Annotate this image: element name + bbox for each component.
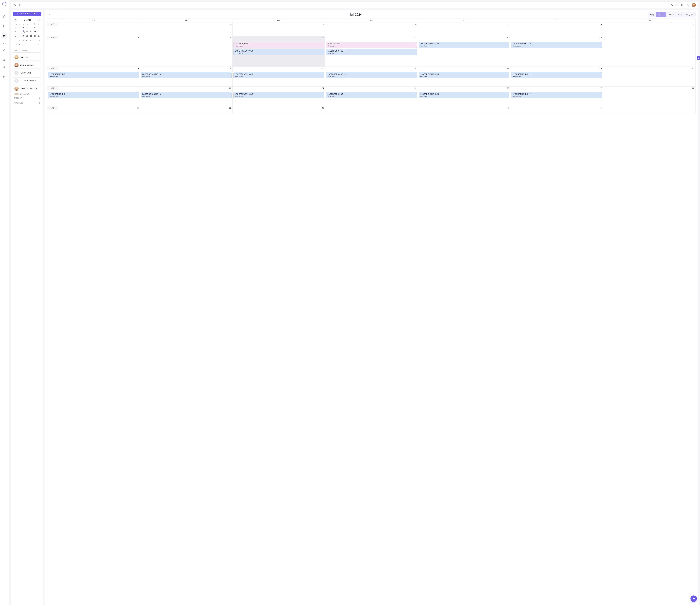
mini-day[interactable]: 24 [21, 39, 25, 42]
mini-day[interactable]: 3 [33, 43, 37, 46]
mini-cal-prev[interactable] [14, 18, 17, 22]
calendar-dow-header: mån tis ons tors fre lör sön [47, 18, 202, 23]
filter-absence[interactable]: FRÅNVARO [13, 101, 42, 105]
event-blue[interactable]: LAGERRENSNING , NHela dagen [48, 72, 139, 78]
nav-analytics-icon[interactable] [2, 40, 7, 46]
svg-point-13 [16, 64, 17, 66]
search-input[interactable] [13, 48, 42, 52]
day-cell[interactable]: v.3129 [47, 106, 140, 114]
mini-day[interactable]: 1 [25, 43, 29, 46]
mini-day[interactable]: 29 [14, 43, 18, 46]
mini-day[interactable]: 8 [14, 30, 18, 33]
svg-point-16 [16, 80, 17, 81]
mini-day[interactable]: 19 [29, 34, 33, 38]
mini-day[interactable]: 31 [21, 43, 25, 46]
share-off-icon[interactable] [14, 4, 16, 6]
mini-day[interactable]: 22 [14, 39, 18, 42]
svg-point-11 [16, 56, 17, 58]
cal-prev[interactable] [48, 13, 51, 16]
day-number: 29 [136, 107, 139, 109]
mini-day[interactable]: 11 [25, 30, 29, 33]
mini-day[interactable]: 12 [29, 30, 33, 33]
mini-day[interactable]: 17 [21, 34, 25, 38]
day-number: 1 [138, 23, 139, 25]
day-cell[interactable]: 23 LAGERRENSNING , NHela dagen [140, 87, 202, 106]
person-item[interactable]: TEA ÅSTRÖM [13, 93, 42, 95]
nav-settings-icon[interactable] [2, 74, 7, 80]
mini-day[interactable]: 6 [33, 26, 37, 29]
person-item[interactable]: LIZA ABRAHAMSSON [13, 77, 42, 84]
cal-next[interactable] [55, 13, 58, 16]
day-cell[interactable]: v.288 [47, 36, 140, 67]
day-cell[interactable]: 16 LAGERRENSNING , NHela dagen [140, 67, 202, 87]
nav-user-icon[interactable] [2, 65, 7, 70]
filter-category[interactable]: KATEGORI [13, 96, 42, 100]
day-cell[interactable]: 2 [140, 23, 202, 36]
event-blue[interactable]: LAGERRENSNING , NHela dagen [141, 72, 202, 78]
person-avatar [15, 63, 19, 67]
person-item[interactable]: TOVE MATTSSON [13, 62, 42, 69]
mini-calendar: juli 2024 måtientofrlösö 1 2 3 4 5 6 7 8… [13, 18, 42, 46]
svg-point-5 [4, 77, 5, 77]
day-cell[interactable]: v.29 15 LAGERRENSNING , NHela dagen [47, 67, 140, 87]
mini-day[interactable]: 14 [37, 30, 41, 33]
event-blue[interactable]: LAGERRENSNING , NHela dagen [48, 92, 139, 98]
day-cell[interactable]: 30 [140, 106, 202, 114]
app-logo[interactable]: TIME [2, 2, 6, 6]
mini-day[interactable]: 9 [18, 30, 21, 33]
nav-chat-icon[interactable] [2, 47, 7, 53]
dow-label: mån [47, 19, 140, 23]
funnel-icon[interactable] [39, 102, 41, 104]
mini-day[interactable]: 16 [18, 34, 21, 38]
nav-people-icon[interactable] [2, 57, 7, 63]
mini-day[interactable]: 1 [14, 26, 18, 29]
person-name: TEA ÅSTRÖM [20, 93, 30, 95]
week-label: v.28 [47, 36, 58, 39]
svg-point-15 [16, 72, 17, 73]
mini-day[interactable]: 26 [29, 39, 33, 42]
svg-rect-1 [3, 35, 5, 37]
mini-day[interactable]: 15 [14, 34, 18, 38]
svg-point-2 [4, 59, 4, 60]
mini-day[interactable]: 5 [29, 26, 33, 29]
day-cell[interactable]: v.30 22 LAGERRENSNING , NHela dagen [47, 87, 140, 106]
mini-day[interactable]: 3 [21, 26, 25, 29]
person-name: LIZA ABRAHAMSSON [20, 80, 36, 82]
person-name: OLA LARSSON [20, 56, 31, 58]
nav-calendar-icon[interactable] [2, 33, 7, 39]
mini-day[interactable]: 13 [33, 30, 37, 33]
mini-day[interactable]: 21 [37, 34, 41, 38]
icon-rail: TIME [0, 0, 9, 114]
mini-day[interactable]: 2 [29, 43, 33, 46]
day-number: 15 [136, 67, 139, 69]
mini-day[interactable]: 28 [37, 39, 41, 42]
day-cell[interactable]: v.271 [47, 23, 140, 36]
person-item[interactable]: OLA LARSSON [13, 54, 42, 60]
event-blue[interactable]: LAGERRENSNING , NHela dagen [141, 92, 202, 98]
mini-day-selected[interactable]: 10 [22, 30, 25, 33]
new-shift-button[interactable]: ARBETSPASS - MÖTE [13, 12, 42, 16]
person-item[interactable]: MARVIN LUND [13, 70, 42, 76]
nav-home-icon[interactable] [2, 14, 7, 19]
mini-day[interactable]: 25 [25, 39, 29, 42]
mini-day[interactable]: 27 [33, 39, 37, 42]
mini-day[interactable]: 2 [18, 26, 21, 29]
mini-cal-next[interactable] [37, 18, 41, 22]
day-number: 8 [138, 37, 139, 39]
mini-day[interactable]: 4 [25, 26, 29, 29]
person-item[interactable]: REBECCA LUNDGREN [13, 85, 42, 92]
refresh-icon[interactable] [19, 4, 21, 6]
person-avatar [15, 55, 19, 59]
mini-day[interactable]: 23 [18, 39, 21, 42]
nav-clock-icon[interactable] [2, 23, 7, 29]
svg-point-18 [15, 89, 18, 91]
funnel-icon[interactable] [39, 97, 41, 99]
mini-day[interactable]: 18 [25, 34, 29, 38]
day-cell[interactable]: 9 [140, 36, 202, 67]
mini-day[interactable]: 7 [37, 26, 41, 29]
mini-day[interactable]: 30 [18, 43, 21, 46]
mini-day[interactable]: 4 [37, 43, 41, 46]
person-name: MARVIN LUND [20, 72, 31, 74]
mini-day[interactable]: 20 [33, 34, 37, 38]
svg-point-14 [15, 66, 18, 67]
